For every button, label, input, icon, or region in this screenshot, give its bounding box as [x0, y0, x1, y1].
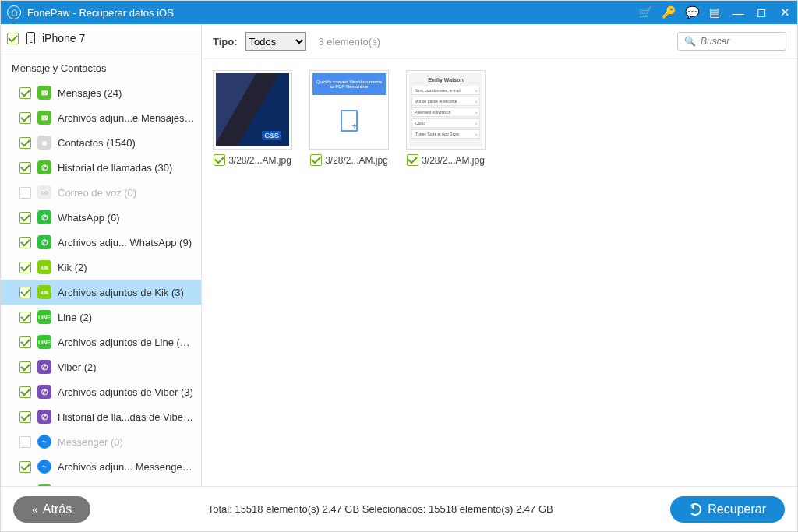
- sidebar-item[interactable]: ○○Correo de voz (0): [1, 180, 201, 205]
- category-label: WhatsApp (6): [58, 212, 195, 224]
- sidebar-item[interactable]: ✆Archivos adjuntos de Viber (3): [1, 379, 201, 404]
- category-icon: ~: [37, 435, 51, 449]
- category-icon: kik: [37, 260, 51, 274]
- category-icon: LINE: [37, 310, 51, 324]
- content-toolbar: Tipo: Todos 3 elemento(s) 🔍: [202, 24, 797, 59]
- category-label: Historial de llamadas (30): [58, 162, 195, 174]
- sidebar-item[interactable]: ✆WhatsApp (6): [1, 205, 201, 230]
- category-checkbox[interactable]: [19, 312, 31, 323]
- category-label: Viber (2): [58, 361, 195, 373]
- category-label: Archivos adjun... Messenger (1): [58, 461, 195, 473]
- category-label: Contactos (1540): [58, 137, 195, 149]
- category-icon: ✉: [37, 86, 51, 100]
- thumbnail-caption: 3/28/2...AM.jpg: [422, 155, 485, 166]
- thumbnail[interactable]: Emily WatsonNom, coordonnées, e-mail›Mot…: [406, 70, 486, 166]
- category-label: Kik (2): [58, 262, 195, 273]
- category-label: Line (2): [58, 312, 195, 323]
- feedback-icon[interactable]: 💬: [685, 5, 697, 19]
- footer: « Atrás Total: 15518 elemento(s) 2.47 GB…: [1, 486, 797, 531]
- sidebar-item[interactable]: LINEArchivos adjuntos de Line (500): [1, 329, 201, 354]
- category-checkbox[interactable]: [19, 187, 31, 199]
- search-box[interactable]: 🔍: [677, 32, 786, 51]
- sidebar-item[interactable]: ☻Contactos (1540): [1, 130, 201, 155]
- category-icon: ✆: [37, 160, 51, 174]
- category-checkbox[interactable]: [19, 361, 31, 373]
- category-checkbox[interactable]: [19, 137, 31, 149]
- category-checkbox[interactable]: [19, 237, 31, 248]
- element-count: 3 elemento(s): [319, 36, 380, 48]
- maximize-icon[interactable]: ◻: [755, 5, 768, 19]
- app-logo-icon: [7, 5, 21, 19]
- recover-button-label: Recuperar: [708, 502, 766, 516]
- sidebar-item[interactable]: LINELine (2): [1, 305, 201, 329]
- thumbnail-grid: 3/28/2...AM.jpgQuickly convert files/doc…: [202, 59, 797, 486]
- category-checkbox[interactable]: [19, 287, 31, 298]
- recover-button[interactable]: Recuperar: [670, 496, 785, 523]
- thumbnail-caption: 3/28/2...AM.jpg: [228, 155, 291, 166]
- category-checkbox[interactable]: [19, 262, 31, 273]
- key-icon[interactable]: 🔑: [662, 5, 674, 19]
- sidebar-section-title: Mensaje y Contactos: [1, 51, 201, 80]
- category-icon: LINE: [37, 335, 51, 349]
- sidebar-item[interactable]: ✆Archivos adju... WhatsApp (9): [1, 230, 201, 255]
- sidebar: iPhone 7 Mensaje y Contactos ✉Mensajes (…: [1, 24, 202, 486]
- sidebar-item[interactable]: ✉Mensajes (24): [1, 80, 201, 105]
- category-checkbox[interactable]: [19, 411, 31, 423]
- close-icon[interactable]: ✕: [779, 5, 791, 19]
- category-label: Correo de voz (0): [58, 187, 195, 199]
- thumbnail-image: Emily WatsonNom, coordonnées, e-mail›Mot…: [406, 70, 486, 150]
- device-name: iPhone 7: [42, 32, 85, 44]
- sidebar-item[interactable]: ✉Archivos adjun...e Mensajes (4): [1, 105, 201, 130]
- search-input[interactable]: [701, 36, 779, 47]
- category-checkbox[interactable]: [19, 212, 31, 224]
- sidebar-item[interactable]: kikArchivos adjuntos de Kik (3): [1, 280, 201, 305]
- menu-icon[interactable]: ▤: [708, 5, 721, 19]
- type-select[interactable]: Todos: [245, 32, 306, 51]
- footer-totals: Total: 15518 elemento(s) 2.47 GB Selecio…: [106, 503, 655, 515]
- sidebar-item[interactable]: ~Archivos adjun... Messenger (1): [1, 454, 201, 479]
- category-checkbox[interactable]: [19, 336, 31, 348]
- recover-icon: [689, 503, 701, 516]
- thumbnail-checkbox[interactable]: [310, 154, 322, 166]
- category-checkbox[interactable]: [19, 87, 31, 99]
- category-checkbox[interactable]: [19, 436, 31, 448]
- sidebar-item[interactable]: ✉WeChat (0): [1, 479, 201, 486]
- category-checkbox[interactable]: [19, 162, 31, 174]
- sidebar-item[interactable]: kikKik (2): [1, 255, 201, 280]
- category-label: Mensajes (24): [58, 87, 195, 99]
- search-icon: 🔍: [684, 36, 696, 47]
- category-icon: ✆: [37, 385, 51, 399]
- category-checkbox[interactable]: [19, 461, 31, 473]
- category-icon: ✉: [37, 111, 51, 125]
- category-icon: ✆: [37, 360, 51, 374]
- category-label: Messenger (0): [58, 436, 195, 448]
- category-label: Archivos adju... WhatsApp (9): [58, 237, 195, 248]
- sidebar-item[interactable]: ✆Viber (2): [1, 354, 201, 379]
- thumbnail-caption: 3/28/2...AM.jpg: [325, 155, 388, 166]
- thumbnail[interactable]: 3/28/2...AM.jpg: [213, 70, 292, 166]
- thumbnail[interactable]: Quickly convert files/documents to PDF f…: [309, 70, 389, 166]
- thumbnail-checkbox[interactable]: [214, 154, 225, 166]
- category-icon: ✆: [37, 410, 51, 424]
- category-label: Archivos adjuntos de Kik (3): [58, 287, 195, 298]
- back-button-label: Atrás: [43, 502, 72, 516]
- sidebar-item[interactable]: ✆Historial de lla...das de Viber (1): [1, 404, 201, 429]
- device-row[interactable]: iPhone 7: [1, 24, 201, 51]
- sidebar-item[interactable]: ~Messenger (0): [1, 429, 201, 454]
- category-icon: ~: [37, 460, 51, 474]
- titlebar: FonePaw - Recuperar datos iOS 🛒 🔑 💬 ▤ — …: [1, 1, 797, 24]
- device-checkbox[interactable]: [7, 33, 19, 44]
- category-checkbox[interactable]: [19, 112, 31, 124]
- thumbnail-checkbox[interactable]: [407, 154, 418, 166]
- chevron-left-icon: «: [32, 503, 35, 516]
- category-label: Archivos adjun...e Mensajes (4): [58, 112, 195, 124]
- back-button[interactable]: « Atrás: [13, 496, 90, 523]
- category-checkbox[interactable]: [19, 386, 31, 398]
- content-pane: Tipo: Todos 3 elemento(s) 🔍 3/28/2...AM.…: [202, 24, 797, 486]
- type-label: Tipo:: [213, 36, 238, 48]
- minimize-icon[interactable]: —: [732, 6, 744, 19]
- category-icon: ✆: [37, 210, 51, 224]
- cart-icon[interactable]: 🛒: [638, 5, 651, 19]
- sidebar-item[interactable]: ✆Historial de llamadas (30): [1, 155, 201, 180]
- category-icon: ○○: [37, 185, 51, 199]
